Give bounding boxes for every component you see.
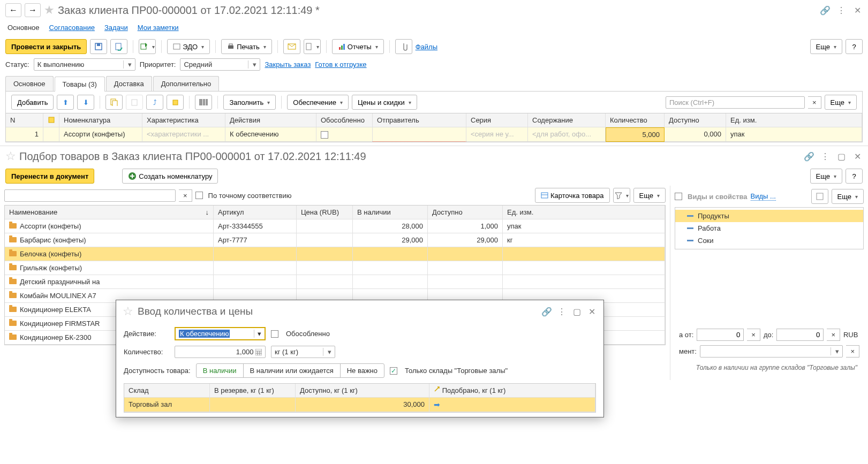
col-name[interactable]: Наименование↓	[5, 206, 214, 219]
col-icon[interactable]	[43, 113, 59, 127]
trade-halls-checkbox[interactable]	[390, 367, 397, 375]
pick-help-button[interactable]: ?	[846, 169, 863, 184]
move-up-button[interactable]: ⬆	[57, 95, 74, 110]
prices-button[interactable]: Цены и скидки	[352, 95, 417, 110]
col-avail2[interactable]: Доступно	[428, 206, 503, 219]
col-article[interactable]: Артикул	[214, 206, 297, 219]
create-nomen-button[interactable]: Создать номенклатуру	[122, 169, 218, 184]
reports-button[interactable]: Отчеты	[332, 39, 384, 54]
col-qty[interactable]: Количество	[606, 113, 665, 127]
pick-row[interactable]: Ассорти (конфеты)Арт-3334455528,0001,000…	[5, 219, 665, 233]
share-button[interactable]: ⤴	[146, 95, 163, 110]
search-input[interactable]: Поиск (Ctrl+F)	[666, 96, 805, 109]
pick-row[interactable]: Грильяж (конфеты)	[5, 261, 665, 275]
copy-button[interactable]	[105, 95, 123, 110]
more-vert-icon[interactable]: ⋮	[836, 5, 847, 16]
pick-search-clear[interactable]: ×	[179, 189, 192, 202]
tab-additional[interactable]: Дополнительно	[153, 76, 220, 91]
subnav-approval[interactable]: Согласование	[49, 24, 95, 32]
pick-row[interactable]: Барбарис (конфеты)Арт-777729,00029,000кг	[5, 233, 665, 247]
types-link[interactable]: Виды ...	[751, 192, 776, 201]
pick-close-icon[interactable]: ✕	[852, 151, 863, 162]
qty-cell[interactable]: 5,000	[606, 127, 665, 142]
subnav-main[interactable]: Основное	[7, 24, 40, 32]
tree-item-work[interactable]: Работа	[675, 222, 863, 234]
doc-menu-button[interactable]	[304, 39, 321, 54]
favorite-star-icon[interactable]: ★	[44, 3, 55, 17]
tab-delivery[interactable]: Доставка	[106, 76, 152, 91]
pick-max-icon[interactable]: ▢	[836, 151, 847, 162]
pick-row[interactable]: Детский праздничный на	[5, 275, 665, 289]
modal-link-icon[interactable]: 🔗	[541, 306, 552, 317]
col-char[interactable]: Характеристика	[142, 113, 225, 127]
help-button[interactable]: ?	[846, 39, 863, 54]
col-content[interactable]: Содержание	[528, 113, 606, 127]
pick-more-button[interactable]: Еще	[810, 169, 842, 184]
link-icon[interactable]: 🔗	[820, 5, 831, 16]
right-view-button[interactable]	[811, 189, 828, 204]
fill-button[interactable]: Заполнить	[223, 95, 276, 110]
col-series[interactable]: Серия	[466, 113, 528, 127]
close-icon[interactable]: ✕	[852, 5, 863, 16]
ready-ship-link[interactable]: Готов к отгрузке	[315, 60, 366, 69]
close-order-link[interactable]: Закрыть заказ	[265, 60, 311, 69]
price-from-input[interactable]	[697, 329, 744, 341]
col-unit[interactable]: Ед. изм.	[726, 113, 862, 127]
from-clear[interactable]: ×	[747, 329, 760, 341]
print-button[interactable]: Печать	[221, 39, 272, 54]
pick-more-icon[interactable]: ⋮	[820, 151, 831, 162]
modal-close-icon[interactable]: ✕	[586, 306, 597, 317]
subnav-tasks[interactable]: Задачи	[104, 24, 128, 32]
modal-star-icon[interactable]: ☆	[123, 305, 133, 318]
exact-match-checkbox[interactable]	[195, 192, 203, 199]
col-stock[interactable]: В наличии	[353, 206, 428, 219]
pick-left-more[interactable]: Еще	[633, 188, 666, 203]
isolated-checkbox[interactable]	[321, 131, 328, 139]
col-unit2[interactable]: Ед. изм.	[503, 206, 665, 219]
col-nomen[interactable]: Номенклатура	[59, 113, 142, 127]
col-n[interactable]: N	[6, 113, 43, 127]
pick-search-input[interactable]	[4, 189, 176, 202]
paste-button[interactable]	[126, 95, 143, 110]
action-select[interactable]: К обеспечению▾	[175, 327, 266, 340]
modal-isolated-checkbox[interactable]	[271, 330, 278, 338]
tab-main[interactable]: Основное	[5, 76, 54, 91]
right-more-button[interactable]: Еще	[832, 189, 864, 204]
col-sender[interactable]: Отправитель	[373, 113, 466, 127]
tree-item-products[interactable]: Продукты	[675, 210, 863, 222]
modal-more-icon[interactable]: ⋮	[556, 306, 567, 317]
price-to-input[interactable]	[776, 329, 824, 341]
seg-expected[interactable]: В наличии или ожидается	[244, 364, 341, 377]
to-clear[interactable]: ×	[827, 329, 840, 341]
unit-select[interactable]: кг (1 кг)▾	[271, 346, 335, 358]
qty-input[interactable]: 1,000	[175, 346, 266, 358]
goods-more-button[interactable]: Еще	[825, 95, 857, 110]
search-clear-button[interactable]: ×	[808, 96, 821, 109]
post-button[interactable]	[110, 39, 127, 54]
post-and-close-button[interactable]: Провести и закрыть	[5, 39, 87, 54]
pick-star-icon[interactable]: ☆	[5, 149, 16, 163]
save-button[interactable]	[90, 39, 107, 54]
col-actions[interactable]: Действия	[225, 113, 316, 127]
import-button[interactable]	[167, 95, 184, 110]
email-button[interactable]	[283, 39, 300, 54]
pick-link-icon[interactable]: 🔗	[804, 151, 814, 162]
barcode-button[interactable]	[195, 95, 212, 110]
seg-any[interactable]: Не важно	[341, 364, 384, 377]
col-price[interactable]: Цена (RUB)	[297, 206, 353, 219]
tab-goods[interactable]: Товары (3)	[55, 77, 105, 92]
goods-row[interactable]: 1 Ассорти (конфеты) <характеристики ... …	[6, 127, 862, 142]
subnav-notes[interactable]: Мои заметки	[138, 24, 179, 32]
ment-select[interactable]: ▾	[700, 345, 843, 357]
col-isolated[interactable]: Обособленно	[316, 113, 373, 127]
tree-item-juice[interactable]: Соки	[675, 234, 863, 247]
files-link[interactable]: Файлы	[416, 43, 437, 51]
forward-button[interactable]: →	[25, 3, 41, 17]
seg-instock[interactable]: В наличии	[197, 364, 244, 377]
add-button[interactable]: Добавить	[11, 95, 54, 110]
priority-select[interactable]: Средний▾	[180, 58, 260, 71]
ment-clear[interactable]: ×	[846, 345, 859, 357]
create-based-on-button[interactable]	[139, 39, 156, 54]
col-avail[interactable]: Доступно	[665, 113, 726, 127]
provide-button[interactable]: Обеспечение	[287, 95, 349, 110]
